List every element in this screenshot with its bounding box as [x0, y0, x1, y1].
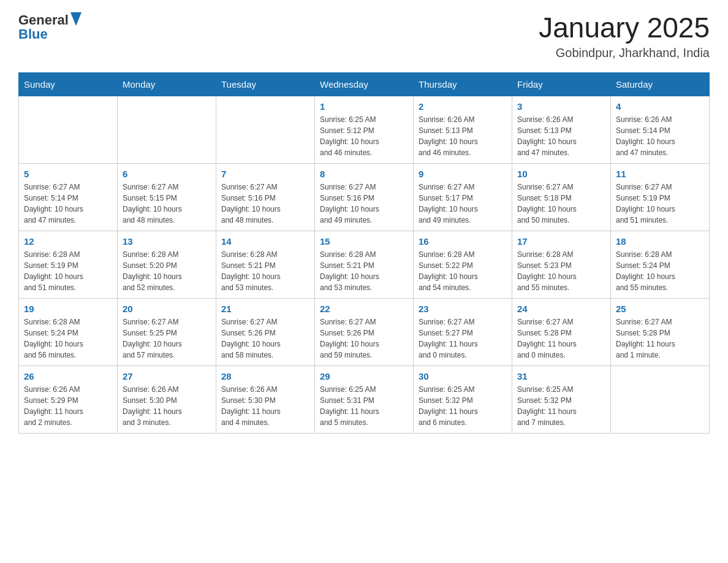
- day-number: 19: [24, 304, 112, 314]
- day-info: Sunrise: 6:28 AMSunset: 5:21 PMDaylight:…: [221, 249, 309, 293]
- day-info: Sunrise: 6:27 AMSunset: 5:25 PMDaylight:…: [123, 316, 211, 361]
- day-info: Sunrise: 6:27 AMSunset: 5:14 PMDaylight:…: [24, 182, 112, 226]
- calendar-cell: 19Sunrise: 6:28 AMSunset: 5:24 PMDayligh…: [19, 298, 118, 366]
- calendar-cell: 13Sunrise: 6:28 AMSunset: 5:20 PMDayligh…: [118, 231, 216, 298]
- day-number: 31: [517, 371, 605, 381]
- svg-marker-0: [70, 12, 82, 26]
- day-info: Sunrise: 6:26 AMSunset: 5:30 PMDaylight:…: [123, 384, 211, 428]
- day-number: 1: [320, 101, 408, 112]
- calendar-cell: 22Sunrise: 6:27 AMSunset: 5:26 PMDayligh…: [315, 298, 414, 366]
- calendar-week-row: 26Sunrise: 6:26 AMSunset: 5:29 PMDayligh…: [19, 366, 710, 433]
- day-number: 9: [419, 169, 507, 179]
- weekday-header-friday: Friday: [512, 72, 611, 96]
- day-number: 6: [123, 169, 211, 179]
- day-info: Sunrise: 6:26 AMSunset: 5:13 PMDaylight:…: [419, 114, 507, 158]
- day-info: Sunrise: 6:25 AMSunset: 5:12 PMDaylight:…: [320, 114, 408, 158]
- day-info: Sunrise: 6:28 AMSunset: 5:20 PMDaylight:…: [123, 249, 211, 293]
- calendar-cell: 21Sunrise: 6:27 AMSunset: 5:26 PMDayligh…: [216, 298, 315, 366]
- day-number: 26: [24, 371, 112, 381]
- day-number: 3: [517, 101, 605, 112]
- day-number: 7: [221, 169, 309, 179]
- calendar-cell: 15Sunrise: 6:28 AMSunset: 5:21 PMDayligh…: [315, 231, 414, 298]
- calendar-title: January 2025: [539, 12, 710, 44]
- calendar-week-row: 1Sunrise: 6:25 AMSunset: 5:12 PMDaylight…: [19, 96, 710, 163]
- logo-text-general: General: [18, 13, 69, 27]
- day-number: 17: [517, 236, 605, 247]
- day-info: Sunrise: 6:27 AMSunset: 5:26 PMDaylight:…: [221, 316, 309, 361]
- calendar-cell: 12Sunrise: 6:28 AMSunset: 5:19 PMDayligh…: [19, 231, 118, 298]
- calendar-cell: 14Sunrise: 6:28 AMSunset: 5:21 PMDayligh…: [216, 231, 315, 298]
- weekday-header-sunday: Sunday: [19, 72, 118, 96]
- day-info: Sunrise: 6:25 AMSunset: 5:32 PMDaylight:…: [517, 384, 605, 428]
- title-section: January 2025 Gobindpur, Jharkhand, India: [539, 12, 710, 60]
- calendar-cell: [216, 96, 315, 163]
- calendar-cell: 1Sunrise: 6:25 AMSunset: 5:12 PMDaylight…: [315, 96, 414, 163]
- calendar-cell: 20Sunrise: 6:27 AMSunset: 5:25 PMDayligh…: [118, 298, 216, 366]
- day-number: 8: [320, 169, 408, 179]
- day-info: Sunrise: 6:27 AMSunset: 5:28 PMDaylight:…: [616, 316, 704, 361]
- calendar-subtitle: Gobindpur, Jharkhand, India: [539, 46, 710, 60]
- day-info: Sunrise: 6:25 AMSunset: 5:31 PMDaylight:…: [320, 384, 408, 428]
- logo-arrow-icon: [70, 12, 82, 26]
- day-number: 15: [320, 236, 408, 247]
- day-number: 22: [320, 304, 408, 314]
- day-number: 29: [320, 371, 408, 381]
- day-number: 25: [616, 304, 704, 314]
- day-info: Sunrise: 6:27 AMSunset: 5:26 PMDaylight:…: [320, 316, 408, 361]
- calendar-cell: 2Sunrise: 6:26 AMSunset: 5:13 PMDaylight…: [414, 96, 512, 163]
- calendar-week-row: 12Sunrise: 6:28 AMSunset: 5:19 PMDayligh…: [19, 231, 710, 298]
- day-number: 23: [419, 304, 507, 314]
- logo-text-blue: Blue: [18, 26, 48, 42]
- calendar-cell: 30Sunrise: 6:25 AMSunset: 5:32 PMDayligh…: [414, 366, 512, 433]
- calendar-cell: [19, 96, 118, 163]
- day-info: Sunrise: 6:26 AMSunset: 5:13 PMDaylight:…: [517, 114, 605, 158]
- day-number: 28: [221, 371, 309, 381]
- calendar-table: SundayMondayTuesdayWednesdayThursdayFrid…: [18, 72, 710, 434]
- weekday-header-thursday: Thursday: [414, 72, 512, 96]
- calendar-week-row: 5Sunrise: 6:27 AMSunset: 5:14 PMDaylight…: [19, 163, 710, 231]
- day-number: 10: [517, 169, 605, 179]
- calendar-cell: 25Sunrise: 6:27 AMSunset: 5:28 PMDayligh…: [611, 298, 710, 366]
- calendar-cell: 27Sunrise: 6:26 AMSunset: 5:30 PMDayligh…: [118, 366, 216, 433]
- calendar-cell: 9Sunrise: 6:27 AMSunset: 5:17 PMDaylight…: [414, 163, 512, 231]
- calendar-cell: 10Sunrise: 6:27 AMSunset: 5:18 PMDayligh…: [512, 163, 611, 231]
- calendar-cell: 7Sunrise: 6:27 AMSunset: 5:16 PMDaylight…: [216, 163, 315, 231]
- day-number: 24: [517, 304, 605, 314]
- day-info: Sunrise: 6:27 AMSunset: 5:15 PMDaylight:…: [123, 182, 211, 226]
- day-info: Sunrise: 6:28 AMSunset: 5:21 PMDaylight:…: [320, 249, 408, 293]
- day-info: Sunrise: 6:27 AMSunset: 5:17 PMDaylight:…: [419, 182, 507, 226]
- calendar-cell: 26Sunrise: 6:26 AMSunset: 5:29 PMDayligh…: [19, 366, 118, 433]
- day-number: 21: [221, 304, 309, 314]
- day-number: 13: [123, 236, 211, 247]
- calendar-cell: 11Sunrise: 6:27 AMSunset: 5:19 PMDayligh…: [611, 163, 710, 231]
- day-number: 16: [419, 236, 507, 247]
- weekday-header-tuesday: Tuesday: [216, 72, 315, 96]
- calendar-cell: 29Sunrise: 6:25 AMSunset: 5:31 PMDayligh…: [315, 366, 414, 433]
- day-number: 27: [123, 371, 211, 381]
- day-info: Sunrise: 6:26 AMSunset: 5:14 PMDaylight:…: [616, 114, 704, 158]
- logo: General Blue: [18, 12, 82, 41]
- day-info: Sunrise: 6:28 AMSunset: 5:19 PMDaylight:…: [24, 249, 112, 293]
- day-info: Sunrise: 6:25 AMSunset: 5:32 PMDaylight:…: [419, 384, 507, 428]
- weekday-header-saturday: Saturday: [611, 72, 710, 96]
- day-number: 4: [616, 101, 704, 112]
- calendar-cell: 31Sunrise: 6:25 AMSunset: 5:32 PMDayligh…: [512, 366, 611, 433]
- calendar-cell: 3Sunrise: 6:26 AMSunset: 5:13 PMDaylight…: [512, 96, 611, 163]
- day-info: Sunrise: 6:27 AMSunset: 5:16 PMDaylight:…: [320, 182, 408, 226]
- day-number: 14: [221, 236, 309, 247]
- day-number: 11: [616, 169, 704, 179]
- weekday-header-row: SundayMondayTuesdayWednesdayThursdayFrid…: [19, 72, 710, 96]
- day-info: Sunrise: 6:27 AMSunset: 5:27 PMDaylight:…: [419, 316, 507, 361]
- day-number: 2: [419, 101, 507, 112]
- calendar-week-row: 19Sunrise: 6:28 AMSunset: 5:24 PMDayligh…: [19, 298, 710, 366]
- calendar-cell: 16Sunrise: 6:28 AMSunset: 5:22 PMDayligh…: [414, 231, 512, 298]
- day-number: 20: [123, 304, 211, 314]
- day-number: 12: [24, 236, 112, 247]
- day-info: Sunrise: 6:28 AMSunset: 5:24 PMDaylight:…: [616, 249, 704, 293]
- day-info: Sunrise: 6:28 AMSunset: 5:24 PMDaylight:…: [24, 316, 112, 361]
- weekday-header-monday: Monday: [118, 72, 216, 96]
- calendar-cell: 23Sunrise: 6:27 AMSunset: 5:27 PMDayligh…: [414, 298, 512, 366]
- day-number: 5: [24, 169, 112, 179]
- calendar-cell: 5Sunrise: 6:27 AMSunset: 5:14 PMDaylight…: [19, 163, 118, 231]
- day-number: 30: [419, 371, 507, 381]
